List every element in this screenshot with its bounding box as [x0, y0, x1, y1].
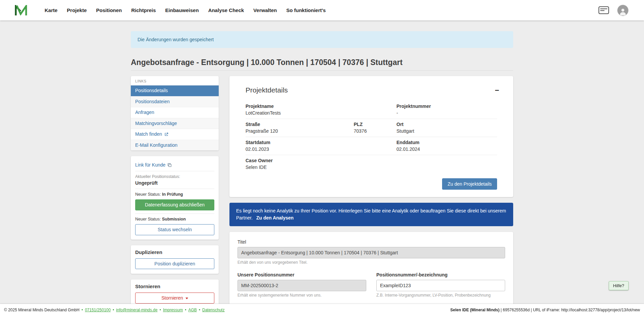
- external-link-icon: [164, 132, 168, 136]
- field-case-owner: Case Owner Selen IDE: [246, 158, 497, 170]
- main-nav: Karte Projekte Positionen Richtpreis Ein…: [40, 5, 330, 16]
- field-label: Straße: [246, 122, 354, 128]
- field-startdatum: Startdatum 02.01.2023: [246, 140, 396, 152]
- datenerfassung-abschliessen-button[interactable]: Datenerfassung abschließen: [135, 199, 214, 210]
- footer-link-agb[interactable]: AGB: [188, 308, 197, 312]
- links-card: LINKS Positionsdetails Positionsdateien …: [131, 76, 219, 150]
- separator-dot: [113, 308, 114, 312]
- field-label: Projektnummer: [396, 104, 497, 110]
- field-projektname: Projektname LotCreationTests: [246, 104, 396, 116]
- zu-den-projektdetails-button[interactable]: Zu den Projektdetails: [442, 178, 497, 190]
- sidebar-item-match-finden[interactable]: Match finden: [131, 129, 219, 140]
- position-duplizieren-button[interactable]: Position duplizieren: [135, 258, 214, 269]
- field-label: Enddatum: [396, 140, 497, 146]
- sidebar-item-anfragen[interactable]: Anfragen: [131, 107, 219, 118]
- link-fuer-kunde-label: Link für Kunde: [135, 162, 165, 168]
- nav-richtpreis[interactable]: Richtpreis: [126, 5, 160, 16]
- sidebar-item-matchingvorschlaege[interactable]: Matchingvorschläge: [131, 118, 219, 129]
- duplizieren-heading: Duplizieren: [135, 249, 214, 255]
- mineral-minds-logo[interactable]: [15, 5, 27, 15]
- new-status-line: Neuer Status: In Prüfung: [135, 192, 214, 197]
- status-wechseln-button[interactable]: Status wechseln: [135, 224, 214, 235]
- user-avatar[interactable]: [617, 5, 629, 16]
- titel-help: Erhält den von uns vorgegebenen Titel.: [237, 260, 505, 265]
- detail-row: Straße Pragstraße 120 PLZ 70376 Ort Stut…: [246, 119, 497, 137]
- field-ort: Ort Stuttgart: [396, 122, 497, 134]
- detail-row: Projektname LotCreationTests Projektnumm…: [246, 101, 497, 119]
- position-form-card: Titel Erhält den von uns vorgegebenen Ti…: [229, 232, 513, 313]
- field-label: Ort: [396, 122, 497, 128]
- analytics-banner: Es liegt noch keine Analytik zu Ihrer Po…: [229, 203, 513, 226]
- sidebar-item-label: Matchingvorschläge: [135, 121, 177, 127]
- separator-dot: [185, 308, 186, 312]
- caret-down-icon: [185, 298, 188, 299]
- link-fuer-kunde[interactable]: Link für Kunde: [135, 162, 172, 168]
- footer-link-datenschutz[interactable]: Datenschutz: [202, 308, 225, 312]
- sidebar-item-positionsdateien[interactable]: Positionsdateien: [131, 96, 219, 107]
- collapse-button[interactable]: −: [493, 85, 500, 96]
- stornieren-heading: Stornieren: [135, 283, 214, 289]
- new-status-pruefung-section: Neuer Status: In Prüfung Datenerfassung …: [135, 189, 214, 214]
- nav-verwalten[interactable]: Verwalten: [249, 5, 281, 16]
- current-status-section: Aktueller Positionsstatus: Ungeprüft: [135, 171, 214, 189]
- field-label: Startdatum: [246, 140, 396, 146]
- positionsnummer-help: Z.B. Interne-Vorgangsnummer, LV-Position…: [376, 293, 505, 298]
- new-status-line: Neuer Status: Submission: [135, 217, 214, 222]
- field-label: Case Owner: [246, 158, 497, 164]
- projektdetails-title: Projektdetails: [246, 86, 497, 94]
- saved-alert: Die Änderungen wurden gespeichert: [131, 31, 513, 48]
- unsere-positionsnummer-input: [237, 280, 366, 291]
- footer-link-email[interactable]: info@mineral-minds.de: [116, 308, 158, 312]
- zu-den-analysen-link[interactable]: Zu den Analysen: [256, 215, 294, 220]
- new-status-prefix: Neuer Status:: [135, 192, 161, 197]
- footer-link-impressum[interactable]: Impressum: [163, 308, 183, 312]
- topbar-right: [598, 5, 629, 16]
- stornieren-button-label: Stornieren: [161, 295, 183, 301]
- current-status-label: Aktueller Positionsstatus:: [135, 174, 214, 179]
- nav-so-funktionierts[interactable]: So funktioniert's: [281, 5, 330, 16]
- sidebar-item-positionsdetails[interactable]: Positionsdetails: [131, 85, 219, 96]
- unsere-positionsnummer-help: Erhält eine systemgenerierte Nummer von …: [237, 293, 366, 298]
- new-status-value: In Prüfung: [162, 192, 183, 197]
- projektdetails-actions: Zu den Projektdetails: [246, 178, 497, 190]
- new-status-prefix: Neuer Status:: [135, 217, 161, 222]
- nav-karte[interactable]: Karte: [40, 5, 62, 16]
- footer: © 2025 Mineral Minds Deutschland GmbH 07…: [0, 304, 644, 316]
- field-value: Pragstraße 120: [246, 128, 354, 134]
- sidebar-item-label: Positionsdateien: [135, 99, 170, 105]
- session-user: Selen IDE (Mineral Minds): [450, 308, 500, 312]
- field-projektnummer: Projektnummer -: [396, 104, 497, 116]
- field-label: PLZ: [354, 122, 397, 128]
- new-status-value: Submission: [162, 217, 186, 222]
- nav-positionen[interactable]: Positionen: [92, 5, 127, 16]
- links-header: LINKS: [131, 76, 219, 85]
- session-details: | 69576255536d | URL of iFrame: http://l…: [499, 308, 640, 312]
- positionsnummer-input[interactable]: [376, 280, 505, 291]
- main-column: Projektdetails − Projektname LotCreation…: [229, 76, 513, 316]
- field-value: -: [396, 110, 497, 116]
- card-reader-icon[interactable]: [598, 6, 609, 14]
- content-layout: LINKS Positionsdetails Positionsdateien …: [131, 76, 513, 316]
- status-card: Link für Kunde Aktueller Positionsstatus…: [131, 156, 219, 240]
- duplizieren-card: Duplizieren Position duplizieren: [131, 245, 219, 274]
- field-value: Stuttgart: [396, 128, 497, 134]
- hilfe-button[interactable]: Hilfe?: [609, 281, 629, 290]
- separator-dot: [160, 308, 161, 312]
- footer-link-phone[interactable]: 07151/250100: [85, 308, 111, 312]
- field-value: 70376: [354, 128, 397, 134]
- unsere-positionsnummer-field: Unsere Positionsnummer Erhält eine syste…: [237, 272, 366, 298]
- nav-analyse-check[interactable]: Analyse Check: [204, 5, 249, 16]
- nav-einbauweisen[interactable]: Einbauweisen: [161, 5, 204, 16]
- alert-text: Die Änderungen wurden gespeichert: [138, 37, 214, 42]
- nav-projekte[interactable]: Projekte: [62, 5, 91, 16]
- positionsnummer-label: Positionsnummer/-bezeichnung: [376, 272, 505, 277]
- separator-dot: [199, 308, 200, 312]
- sidebar-item-label: E-Mail Konfiguration: [135, 142, 177, 148]
- sidebar-item-email-konfiguration[interactable]: E-Mail Konfiguration: [131, 140, 219, 151]
- field-label: Projektname: [246, 104, 396, 110]
- sidebar-item-label: Match finden: [135, 131, 162, 137]
- stornieren-dropdown-button[interactable]: Stornieren: [135, 293, 214, 304]
- titel-input: [237, 247, 505, 258]
- field-strasse: Straße Pragstraße 120: [246, 122, 354, 134]
- separator-dot: [82, 308, 83, 312]
